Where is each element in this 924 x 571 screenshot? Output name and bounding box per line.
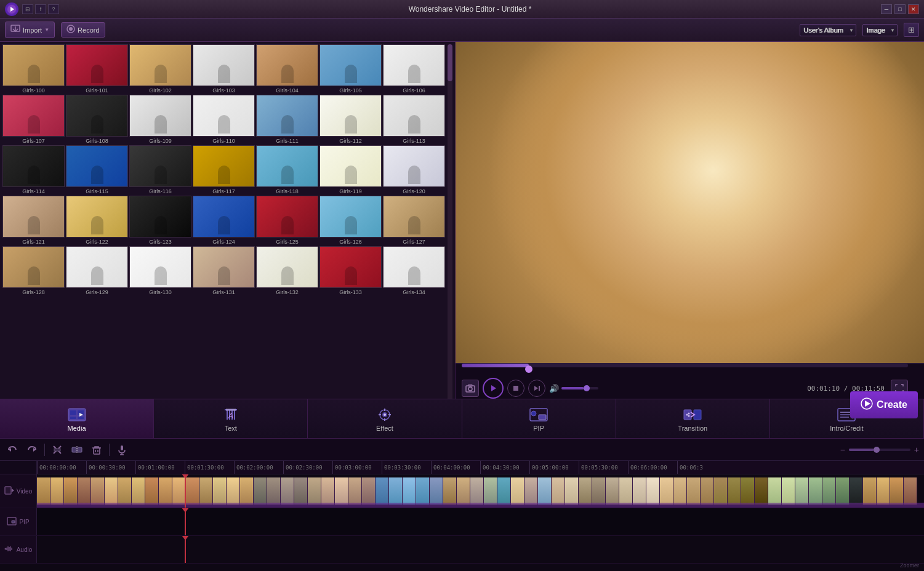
progress-thumb[interactable] xyxy=(525,365,532,373)
film-frame-19 xyxy=(294,477,308,505)
media-item-girls104[interactable]: Girls-104 xyxy=(256,44,318,94)
restore-button[interactable]: □ xyxy=(894,4,906,14)
grid-view-button[interactable]: ⊞ xyxy=(904,23,919,37)
media-thumb-24 xyxy=(193,196,255,238)
media-item-girls106[interactable]: Girls-106 xyxy=(383,44,445,94)
media-item-girls133[interactable]: Girls-133 xyxy=(319,246,382,295)
next-button[interactable] xyxy=(528,380,545,397)
redo-button[interactable] xyxy=(25,442,39,457)
facebook-icon[interactable]: f xyxy=(35,4,46,14)
zoom-thumb[interactable] xyxy=(874,447,880,453)
film-frame-44 xyxy=(633,477,646,505)
delete-button[interactable] xyxy=(89,442,104,457)
media-thumb-15 xyxy=(66,145,128,187)
media-item-girls120[interactable]: Girls-120 xyxy=(383,145,445,194)
zoom-track[interactable] xyxy=(849,449,910,451)
media-thumb-8 xyxy=(66,95,128,137)
media-item-girls127[interactable]: Girls-127 xyxy=(383,196,445,245)
voiceover-button[interactable] xyxy=(114,442,129,457)
svg-marker-23 xyxy=(534,386,538,391)
media-item-girls112[interactable]: Girls-112 xyxy=(319,95,382,144)
ruler-mark: 00:06:3 xyxy=(677,461,726,474)
media-item-girls111[interactable]: Girls-111 xyxy=(256,95,318,144)
volume-track[interactable] xyxy=(561,387,598,389)
media-item-girls134[interactable]: Girls-134 xyxy=(383,246,445,295)
close-button[interactable]: ✕ xyxy=(908,4,919,14)
media-item-girls118[interactable]: Girls-118 xyxy=(256,145,318,194)
tab-effect[interactable]: Effect xyxy=(308,399,462,438)
tab-pip[interactable]: PIP xyxy=(462,399,616,438)
minimize-button[interactable]: ─ xyxy=(881,4,892,14)
video-track-content[interactable] xyxy=(37,474,924,508)
media-item-girls128[interactable]: Girls-128 xyxy=(2,246,65,295)
media-thumb-21 xyxy=(2,196,65,238)
audio-track-content[interactable] xyxy=(37,536,924,563)
cut-clip-button[interactable] xyxy=(50,442,65,457)
media-item-girls132[interactable]: Girls-132 xyxy=(256,246,318,295)
scroll-thumb[interactable] xyxy=(448,44,452,81)
split-button[interactable] xyxy=(70,442,84,457)
film-frame-15 xyxy=(240,477,254,505)
progress-fill xyxy=(462,364,529,367)
media-item-girls129[interactable]: Girls-129 xyxy=(66,246,128,295)
tab-transition[interactable]: Transition xyxy=(616,399,770,438)
undo-button[interactable] xyxy=(5,442,20,457)
record-icon xyxy=(66,25,75,35)
tab-text[interactable]: A Text xyxy=(154,399,308,438)
volume-thumb[interactable] xyxy=(584,385,590,391)
media-item-girls124[interactable]: Girls-124 xyxy=(193,196,255,245)
zoom-in-icon[interactable]: + xyxy=(914,445,919,455)
svg-point-46 xyxy=(688,415,690,417)
ruler-row: 00:00:00:0000:00:30:0000:01:00:0000:01:3… xyxy=(0,461,924,474)
media-item-girls130[interactable]: Girls-130 xyxy=(129,246,191,295)
play-button[interactable] xyxy=(483,378,504,399)
film-frame-55 xyxy=(782,477,795,505)
sys-menu-icon[interactable]: ⊟ xyxy=(22,4,33,14)
media-scrollbar[interactable] xyxy=(446,42,454,399)
media-item-girls126[interactable]: Girls-126 xyxy=(319,196,382,245)
media-item-girls119[interactable]: Girls-119 xyxy=(319,145,382,194)
type-select[interactable]: Image xyxy=(862,24,898,36)
film-frame-25 xyxy=(376,477,389,505)
media-item-girls131[interactable]: Girls-131 xyxy=(193,246,255,295)
svg-rect-56 xyxy=(72,447,76,452)
record-button[interactable]: Record xyxy=(61,22,105,38)
album-select[interactable]: User's Album xyxy=(800,24,856,36)
stop-button[interactable] xyxy=(507,380,524,397)
media-item-girls103[interactable]: Girls-103 xyxy=(193,44,255,94)
media-label-31: Girls-131 xyxy=(212,289,235,295)
pip-track-content[interactable] xyxy=(37,508,924,535)
media-item-girls107[interactable]: Girls-107 xyxy=(2,95,65,144)
create-button[interactable]: Create xyxy=(850,391,918,418)
media-item-girls121[interactable]: Girls-121 xyxy=(2,196,65,245)
media-item-girls110[interactable]: Girls-110 xyxy=(193,95,255,144)
track-overlay xyxy=(37,503,924,508)
audio-track-row: Audio xyxy=(0,536,924,564)
audio-track-icon xyxy=(4,545,14,554)
media-item-girls100[interactable]: Girls-100 xyxy=(2,44,65,94)
media-item-girls108[interactable]: Girls-108 xyxy=(66,95,128,144)
screenshot-button[interactable] xyxy=(462,380,479,397)
media-item-girls122[interactable]: Girls-122 xyxy=(66,196,128,245)
help-icon[interactable]: ? xyxy=(48,4,59,14)
film-frame-29 xyxy=(430,477,443,505)
tab-pip-label: PIP xyxy=(533,425,544,432)
import-button[interactable]: Import ▼ xyxy=(5,22,55,38)
media-item-girls125[interactable]: Girls-125 xyxy=(256,196,318,245)
media-thumb-33 xyxy=(319,246,382,288)
zoom-out-icon[interactable]: − xyxy=(840,445,845,455)
media-item-girls123[interactable]: Girls-123 xyxy=(129,196,191,245)
tab-media[interactable]: Media xyxy=(0,399,154,438)
media-item-girls105[interactable]: Girls-105 xyxy=(319,44,382,94)
film-frame-34 xyxy=(497,477,511,505)
media-item-girls102[interactable]: Girls-102 xyxy=(129,44,191,94)
media-item-girls115[interactable]: Girls-115 xyxy=(66,145,128,194)
media-item-girls109[interactable]: Girls-109 xyxy=(129,95,191,144)
media-label-22: Girls-122 xyxy=(86,239,108,245)
media-item-girls117[interactable]: Girls-117 xyxy=(193,145,255,194)
media-label-24: Girls-124 xyxy=(212,239,235,245)
media-item-girls113[interactable]: Girls-113 xyxy=(383,95,445,144)
media-item-girls101[interactable]: Girls-101 xyxy=(66,44,128,94)
media-item-girls114[interactable]: Girls-114 xyxy=(2,145,65,194)
media-item-girls116[interactable]: Girls-116 xyxy=(129,145,191,194)
